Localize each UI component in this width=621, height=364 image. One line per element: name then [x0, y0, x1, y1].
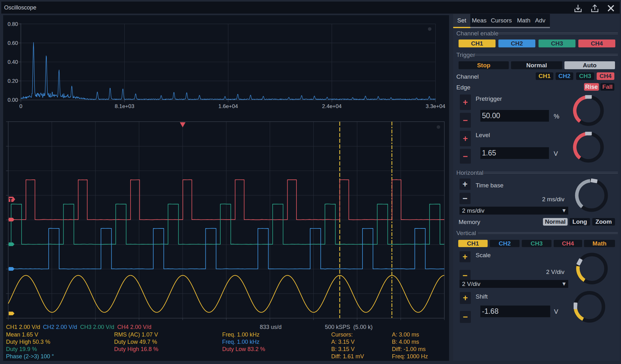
svg-text:Cursors:: Cursors: — [331, 331, 353, 338]
svg-text:0.20: 0.20 — [8, 78, 18, 84]
svg-text:0: 0 — [19, 103, 22, 109]
svg-text:Duty High 16.8 %: Duty High 16.8 % — [114, 346, 158, 352]
svg-text:RMS (AC) 1.07 V: RMS (AC) 1.07 V — [114, 331, 158, 338]
svg-text:A: 3.00 ms: A: 3.00 ms — [392, 331, 419, 338]
svg-text:Diff: 1.61 mV: Diff: 1.61 mV — [331, 353, 364, 360]
svg-text:CH1 2.00 V/d: CH1 2.00 V/d — [6, 324, 40, 330]
svg-text:B: 4.00 ms: B: 4.00 ms — [392, 339, 419, 345]
svg-text:CH4 2.00 V/d: CH4 2.00 V/d — [117, 324, 151, 330]
svg-text:Duty Low 49.7 %: Duty Low 49.7 % — [114, 339, 157, 345]
svg-text:CH2 2.00 V/d: CH2 2.00 V/d — [43, 324, 77, 330]
svg-text:0.60: 0.60 — [8, 40, 18, 46]
svg-text:0.40: 0.40 — [8, 59, 18, 65]
svg-text:1.6e+04: 1.6e+04 — [218, 103, 238, 109]
svg-text:Freq. 1.00 kHz: Freq. 1.00 kHz — [222, 339, 259, 345]
svg-text:CH3 2.00 V/d: CH3 2.00 V/d — [80, 324, 114, 330]
svg-text:Diff: -1.00 ms: Diff: -1.00 ms — [392, 346, 426, 352]
svg-text:0.00: 0.00 — [8, 97, 18, 103]
svg-text:Phase (2->3) 100 °: Phase (2->3) 100 ° — [6, 353, 54, 360]
svg-text:2.4e+04: 2.4e+04 — [322, 103, 342, 109]
svg-text:833 us/d: 833 us/d — [260, 324, 282, 330]
svg-text:B: 3.15 V: B: 3.15 V — [331, 346, 355, 352]
svg-text:Duty 19.9 %: Duty 19.9 % — [6, 346, 37, 352]
svg-text:Mean 1.65 V: Mean 1.65 V — [6, 331, 38, 338]
svg-text:500 kSPS (5.00 k): 500 kSPS (5.00 k) — [325, 324, 373, 330]
svg-text:A: 3.15 V: A: 3.15 V — [331, 339, 355, 345]
svg-text:Duty Low 83.2 %: Duty Low 83.2 % — [222, 346, 265, 352]
svg-text:Freq. 1.00 kHz: Freq. 1.00 kHz — [222, 331, 259, 338]
svg-text:Freq: 1000 Hz: Freq: 1000 Hz — [392, 353, 428, 360]
svg-text:Duty High 50.3 %: Duty High 50.3 % — [6, 339, 50, 345]
svg-text:0.80: 0.80 — [8, 21, 18, 27]
svg-text:8.1e+03: 8.1e+03 — [115, 103, 134, 109]
svg-text:3.3e+04: 3.3e+04 — [426, 103, 445, 109]
